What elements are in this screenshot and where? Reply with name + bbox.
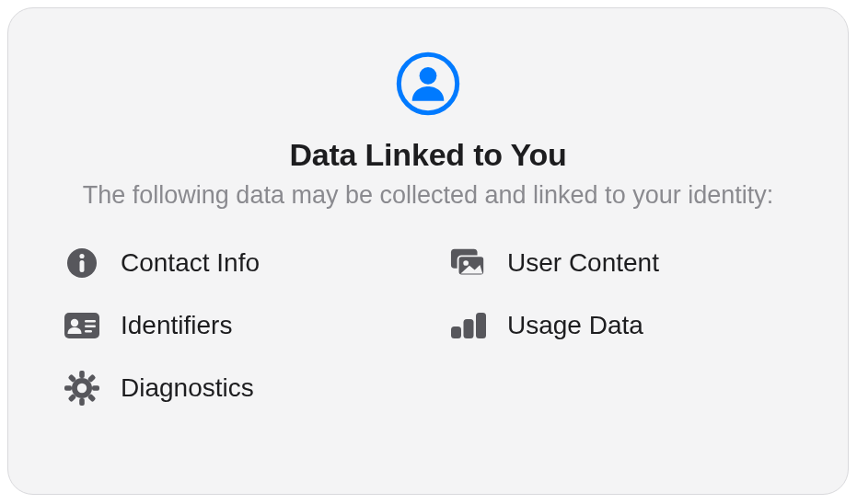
item-label: Usage Data (507, 311, 643, 340)
svg-rect-18 (79, 398, 85, 406)
svg-rect-15 (476, 313, 486, 338)
item-diagnostics: Diagnostics (60, 370, 410, 407)
svg-rect-17 (79, 371, 85, 378)
item-label: User Content (507, 248, 659, 278)
svg-rect-13 (451, 326, 461, 338)
svg-rect-12 (85, 330, 92, 333)
info-circle-icon (64, 245, 100, 281)
svg-point-3 (79, 254, 84, 258)
svg-rect-19 (64, 386, 72, 392)
data-type-grid: Contact Info User Content (60, 245, 796, 407)
svg-point-25 (77, 384, 87, 393)
svg-point-9 (71, 319, 78, 326)
item-label: Contact Info (121, 248, 260, 278)
item-usage-data: Usage Data (446, 307, 796, 344)
id-card-icon (64, 307, 100, 344)
svg-rect-14 (464, 319, 474, 338)
privacy-card: Data Linked to You The following data ma… (7, 7, 849, 495)
item-contact-info: Contact Info (60, 245, 410, 281)
svg-point-1 (420, 67, 437, 85)
person-circle-icon (391, 47, 465, 120)
bar-chart-icon (450, 307, 487, 344)
item-user-content: User Content (446, 245, 796, 281)
card-title: Data Linked to You (289, 137, 566, 173)
svg-rect-4 (80, 260, 85, 272)
card-subtitle: The following data may be collected and … (83, 178, 773, 212)
svg-rect-10 (85, 320, 96, 323)
svg-rect-20 (92, 386, 99, 392)
svg-point-7 (463, 261, 469, 267)
gear-icon (64, 370, 100, 407)
item-identifiers: Identifiers (60, 307, 410, 344)
item-label: Identifiers (121, 311, 232, 340)
photos-stack-icon (450, 245, 487, 281)
item-label: Diagnostics (121, 373, 254, 403)
svg-rect-11 (85, 326, 96, 328)
